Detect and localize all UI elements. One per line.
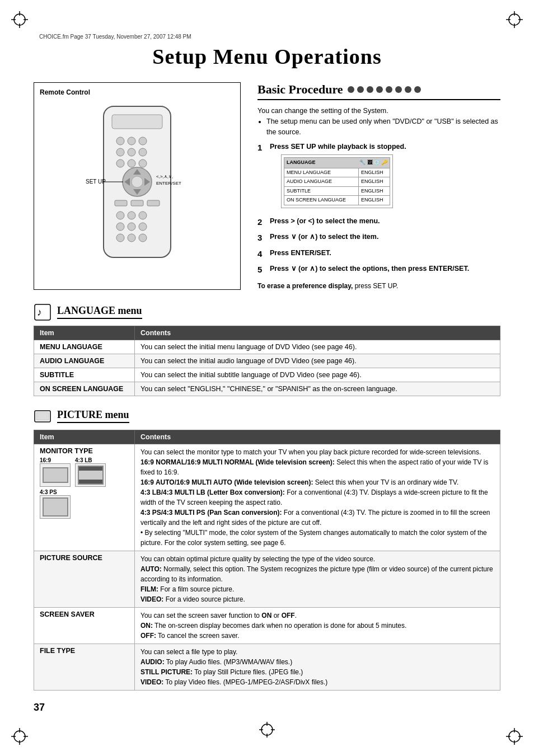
- bp-dot-8: [414, 86, 421, 93]
- svg-rect-48: [147, 200, 160, 206]
- lang-row-3: SUBTITLE You can select the initial subt…: [34, 368, 500, 382]
- svg-point-34: [128, 159, 135, 167]
- svg-point-53: [128, 223, 135, 231]
- main-layout: Remote Control: [34, 82, 500, 290]
- bp-intro: You can change the setting of the System…: [257, 106, 500, 137]
- svg-rect-66: [79, 471, 102, 480]
- picture-icon: [34, 407, 51, 425]
- corner-mark-tl: [11, 11, 28, 28]
- svg-text:<,>,∧,∨,: <,>,∧,∨,: [156, 174, 173, 179]
- bp-dot-1: [348, 86, 354, 93]
- language-menu-header: ♪ LANGUAGE menu: [34, 303, 500, 321]
- svg-point-56: [128, 234, 135, 242]
- svg-text:SET UP: SET UP: [86, 179, 106, 185]
- svg-point-52: [116, 223, 124, 231]
- bp-title-text: Basic Procedure: [257, 82, 343, 97]
- svg-point-57: [139, 234, 147, 242]
- svg-rect-63: [44, 468, 67, 482]
- bp-dot-3: [367, 86, 373, 93]
- bp-step-5: 5 Press ∨ (or ∧) to select the options, …: [257, 264, 500, 276]
- pic-row-screensaver: SCREEN SAVER You can set the screen save…: [34, 607, 500, 644]
- basic-procedure: Basic Procedure You can change the setti…: [257, 82, 500, 290]
- pic-row-source: PICTURE SOURCE You can obtain optimal pi…: [34, 551, 500, 607]
- monitor-row-1: 16:9 4:3 LB: [40, 457, 129, 487]
- picture-menu-header: PICTURE menu: [34, 407, 500, 425]
- lang-row-1: MENU LANGUAGE You can select the initial…: [34, 340, 500, 354]
- bp-step-4: 4 Press ENTER/SET.: [257, 248, 500, 261]
- pic-content-source: You can obtain optimal picture quality b…: [135, 551, 500, 607]
- svg-point-35: [139, 159, 147, 167]
- file-info: CHOICE.fm Page 37 Tuesday, November 27, …: [39, 34, 500, 40]
- monitor-43ps: [40, 495, 71, 519]
- svg-rect-47: [131, 200, 143, 206]
- svg-point-55: [116, 234, 124, 242]
- bp-step-1: 1 Press SET UP while playback is stopped…: [257, 142, 500, 212]
- bp-step-2: 2 Press > (or <) to select the menu.: [257, 216, 500, 229]
- bp-step-3: 3 Press ∨ (or ∧) to select the item.: [257, 232, 500, 245]
- language-menu-section: ♪ LANGUAGE menu Item Contents MENU LANGU…: [34, 303, 500, 396]
- lang-item-3: SUBTITLE: [34, 368, 135, 382]
- svg-point-28: [128, 137, 135, 145]
- svg-rect-68: [44, 499, 67, 515]
- pic-item-monitor: MONITOR TYPE 16:9: [34, 444, 135, 551]
- bp-dot-4: [376, 86, 383, 93]
- monitor-type-images: 16:9 4:3 LB: [40, 457, 129, 519]
- lang-screenshot: LANGUAGE 🔧 🖼 💿 🔑 MENU LANGUAGEENGLISH AU…: [281, 154, 393, 208]
- svg-rect-26: [112, 115, 162, 129]
- pic-col-contents: Contents: [135, 430, 500, 444]
- pic-content-filetype: You can select a file type to play. AUDI…: [135, 644, 500, 690]
- pic-item-screensaver: SCREEN SAVER: [34, 607, 135, 644]
- lang-content-3: You can select the initial subtitle lang…: [135, 368, 500, 382]
- pic-row-monitor: MONITOR TYPE 16:9: [34, 444, 500, 551]
- monitor-43lb: [75, 463, 106, 487]
- remote-control-box: Remote Control: [34, 82, 241, 290]
- lang-row-2: AUDIO LANGUAGE You can select the initia…: [34, 354, 500, 368]
- bp-dot-7: [405, 86, 411, 93]
- language-icon: ♪: [34, 303, 51, 321]
- svg-point-54: [139, 223, 147, 231]
- bottom-center-mark: [259, 722, 275, 739]
- corner-mark-br: [506, 728, 523, 745]
- remote-control-label: Remote Control: [40, 88, 235, 96]
- monitor-169: [40, 463, 71, 487]
- pic-item-source: PICTURE SOURCE: [34, 551, 135, 607]
- picture-menu-section: PICTURE menu Item Contents MONITOR TYPE: [34, 407, 500, 691]
- remote-img: SET UP <,>,∧,∨, ENTER/SET: [40, 101, 235, 263]
- svg-point-50: [128, 212, 135, 219]
- svg-text:ENTER/SET: ENTER/SET: [156, 181, 181, 186]
- monitor-row-2: 4:3 PS: [40, 489, 129, 519]
- lang-item-1: MENU LANGUAGE: [34, 340, 135, 354]
- language-menu-title: LANGUAGE menu: [57, 305, 142, 319]
- svg-point-32: [139, 148, 147, 156]
- svg-point-41: [132, 176, 143, 187]
- svg-rect-61: [36, 412, 49, 420]
- svg-point-27: [116, 137, 124, 145]
- svg-point-49: [116, 212, 124, 219]
- bp-erase: To erase a preference display, press SET…: [257, 282, 500, 290]
- pic-row-filetype: FILE TYPE You can select a file type to …: [34, 644, 500, 690]
- bp-title: Basic Procedure: [257, 82, 500, 100]
- pic-content-screensaver: You can set the screen saver function to…: [135, 607, 500, 644]
- lang-content-1: You can select the initial menu language…: [135, 340, 500, 354]
- page-number: 37: [34, 702, 500, 713]
- lang-item-4: ON SCREEN LANGUAGE: [34, 382, 135, 396]
- svg-point-33: [116, 159, 124, 167]
- picture-menu-table: Item Contents MONITOR TYPE 16:9: [34, 430, 500, 691]
- bp-bullet1: The setup menu can be used only when "DV…: [266, 116, 500, 138]
- lang-item-2: AUDIO LANGUAGE: [34, 354, 135, 368]
- svg-point-51: [139, 212, 147, 219]
- bp-dot-2: [357, 86, 364, 93]
- svg-point-31: [128, 148, 135, 156]
- svg-text:♪: ♪: [37, 307, 42, 318]
- svg-point-30: [116, 148, 124, 156]
- lang-col-contents: Contents: [135, 326, 500, 340]
- corner-mark-bl: [11, 728, 28, 745]
- bp-dot-5: [386, 86, 392, 93]
- lang-content-4: You can select "ENGLISH," "CHINESE," or …: [135, 382, 500, 396]
- pic-item-filetype: FILE TYPE: [34, 644, 135, 690]
- language-menu-table: Item Contents MENU LANGUAGE You can sele…: [34, 326, 500, 396]
- lang-row-4: ON SCREEN LANGUAGE You can select "ENGLI…: [34, 382, 500, 396]
- corner-mark-tr: [506, 11, 523, 28]
- bp-steps: 1 Press SET UP while playback is stopped…: [257, 142, 500, 276]
- pic-col-item: Item: [34, 430, 135, 444]
